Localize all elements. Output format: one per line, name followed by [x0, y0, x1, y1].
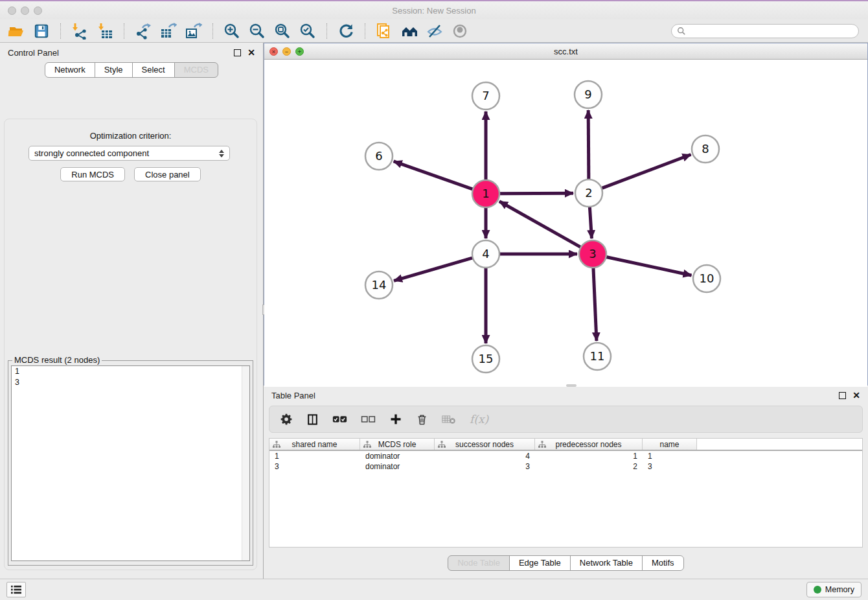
clone-network-button[interactable]	[374, 22, 394, 40]
graph-node-6[interactable]: 6	[365, 143, 393, 170]
delete-table-button[interactable]	[442, 413, 456, 425]
eye-icon	[451, 23, 468, 40]
table-options-button[interactable]	[280, 413, 293, 426]
edge-3-10[interactable]	[606, 257, 692, 275]
edge-1-6[interactable]	[394, 161, 474, 189]
window-titlebar: Session: New Session	[0, 1, 868, 19]
select-all-rows-button[interactable]	[332, 414, 347, 424]
node-label: 2	[585, 186, 592, 200]
homes-icon	[401, 23, 418, 40]
mcds-result-lines: 13	[12, 366, 249, 388]
zoom-out-icon	[249, 23, 266, 40]
edge-2-9[interactable]	[588, 110, 589, 179]
column-type-icon	[363, 441, 371, 448]
import-network-button[interactable]	[70, 22, 89, 40]
network-graph[interactable]: 7968124314101511	[264, 60, 867, 385]
table-row[interactable]: 1dominator411	[269, 451, 862, 461]
main-area: Control Panel ✕ NetworkStyleSelectMCDS O…	[0, 43, 868, 579]
column-header-label: predecessor nodes	[555, 440, 621, 449]
show-column-panel-button[interactable]	[306, 413, 319, 426]
control-panel-close-button[interactable]: ✕	[247, 49, 255, 56]
column-header-MCDS-role[interactable]: MCDS role	[360, 439, 435, 450]
column-header-name[interactable]: name	[643, 439, 697, 450]
graph-node-11[interactable]: 11	[584, 343, 611, 370]
tab-style[interactable]: Style	[95, 62, 133, 78]
hide-labels-button[interactable]	[425, 22, 444, 40]
trash-icon	[416, 413, 428, 426]
quick-search[interactable]	[671, 24, 859, 38]
graph-node-2[interactable]: 2	[575, 179, 602, 207]
plus-icon	[389, 413, 402, 426]
show-all-networks-button[interactable]	[400, 22, 419, 40]
delete-column-button[interactable]	[416, 413, 428, 426]
run-mcds-button[interactable]: Run MCDS	[60, 167, 125, 181]
graph-node-7[interactable]: 7	[472, 82, 499, 110]
tab-network-table[interactable]: Network Table	[570, 555, 643, 571]
zoom-selected-button[interactable]	[298, 22, 317, 40]
export-table-button[interactable]	[159, 22, 178, 40]
show-graphics-details-button[interactable]	[450, 22, 470, 40]
graph-node-10[interactable]: 10	[693, 265, 720, 292]
apply-style-button[interactable]	[336, 22, 356, 40]
column-header-predecessor-nodes[interactable]: predecessor nodes	[535, 439, 643, 450]
optimization-criterion-value: strongly connected component	[34, 148, 149, 158]
close-panel-button[interactable]: Close panel	[134, 167, 201, 181]
tab-motifs[interactable]: Motifs	[642, 555, 684, 571]
table-cell: 3	[269, 461, 360, 472]
graph-node-4[interactable]: 4	[472, 240, 499, 268]
create-column-button[interactable]	[389, 413, 402, 426]
import-table-button[interactable]	[95, 22, 115, 40]
optimization-criterion-select[interactable]: strongly connected component	[29, 146, 230, 161]
memory-button[interactable]: Memory	[806, 582, 862, 597]
refresh-icon	[338, 23, 354, 39]
node-label: 11	[590, 349, 605, 363]
network-canvas[interactable]: 7968124314101511	[264, 60, 867, 387]
zoom-fit-button[interactable]	[273, 22, 292, 40]
open-session-button[interactable]	[6, 22, 26, 40]
function-builder-button[interactable]: f(x)	[470, 413, 488, 426]
zoom-out-button[interactable]	[247, 22, 267, 40]
node-label: 10	[700, 271, 714, 285]
mcds-buttons-row: Run MCDS Close panel	[5, 167, 257, 181]
column-header-label: MCDS role	[378, 440, 417, 449]
edge-4-14[interactable]	[394, 258, 473, 281]
graph-node-3[interactable]: 3	[579, 240, 606, 268]
mcds-result-title: MCDS result (2 nodes)	[12, 355, 102, 365]
gear-icon	[280, 413, 293, 426]
tab-select[interactable]: Select	[132, 62, 175, 78]
table-panel-float-button[interactable]	[839, 392, 846, 399]
column-header-shared-name[interactable]: shared name	[269, 439, 360, 450]
edge-3-11[interactable]	[593, 268, 597, 341]
graph-node-9[interactable]: 9	[575, 81, 602, 108]
memory-status-dot	[814, 586, 821, 594]
task-history-button[interactable]	[6, 582, 26, 597]
graph-node-1[interactable]: 1	[472, 180, 499, 207]
table-panel-close-button[interactable]: ✕	[852, 392, 860, 399]
node-table: shared nameMCDS rolesuccessor nodesprede…	[269, 438, 863, 548]
table-cell: 3	[435, 461, 535, 472]
optimization-criterion-label: Optimization criterion:	[5, 131, 257, 141]
edge-1-2[interactable]	[499, 193, 573, 194]
edge-2-3[interactable]	[589, 207, 591, 238]
quick-search-input[interactable]	[689, 27, 853, 36]
export-network-button[interactable]	[133, 22, 153, 40]
mcds-result-textarea[interactable]: 13	[11, 365, 250, 561]
edge-2-8[interactable]	[602, 154, 691, 188]
table-cell: 1	[535, 451, 643, 461]
column-header-successor-nodes[interactable]: successor nodes	[435, 439, 535, 450]
tab-edge-table[interactable]: Edge Table	[509, 555, 571, 571]
graph-node-15[interactable]: 15	[472, 345, 499, 373]
tab-network[interactable]: Network	[45, 62, 95, 78]
zoom-in-button[interactable]	[222, 22, 242, 40]
save-session-button[interactable]	[32, 22, 51, 40]
tab-node-table[interactable]: Node Table	[448, 555, 510, 571]
control-panel-float-button[interactable]	[234, 49, 241, 56]
graph-node-8[interactable]: 8	[692, 135, 719, 163]
tab-mcds[interactable]: MCDS	[174, 62, 218, 78]
export-image-button[interactable]	[184, 22, 203, 40]
deselect-all-rows-button[interactable]	[361, 414, 376, 424]
graph-node-14[interactable]: 14	[365, 271, 393, 299]
table-row[interactable]: 3dominator323	[269, 461, 862, 472]
result-scrollbar[interactable]	[242, 366, 249, 560]
edge-3-1[interactable]	[499, 202, 581, 248]
